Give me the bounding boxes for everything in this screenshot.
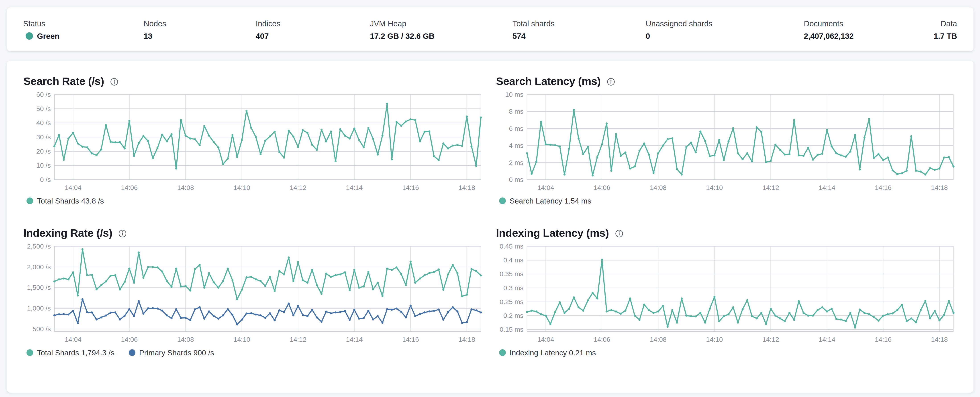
data-point bbox=[259, 314, 261, 316]
data-point bbox=[643, 303, 645, 305]
data-point bbox=[269, 276, 271, 278]
data-point bbox=[802, 312, 805, 314]
data-point bbox=[204, 287, 205, 289]
data-point bbox=[779, 149, 781, 151]
data-point bbox=[217, 287, 220, 289]
data-point bbox=[414, 119, 416, 121]
data-point bbox=[175, 268, 177, 269]
data-point bbox=[770, 160, 772, 162]
data-point bbox=[746, 299, 748, 301]
data-point bbox=[288, 256, 290, 258]
metric-value: 0 bbox=[646, 32, 804, 41]
data-point bbox=[91, 311, 93, 313]
data-point bbox=[671, 309, 673, 311]
data-point bbox=[461, 145, 463, 147]
metric-value: 574 bbox=[512, 32, 646, 41]
data-point bbox=[147, 307, 149, 309]
metric-nodes: Nodes13 bbox=[144, 19, 256, 51]
legend-item-indexing-latency[interactable]: Indexing Latency 0.21 ms bbox=[499, 348, 596, 357]
x-axis-tick-label: 14:18 bbox=[458, 184, 475, 191]
data-point bbox=[316, 316, 318, 318]
x-axis-tick-label: 14:10 bbox=[706, 184, 723, 191]
data-point bbox=[405, 284, 407, 286]
data-point bbox=[442, 319, 444, 320]
legend-item-total-shards[interactable]: Total Shards 1,794.3 /s bbox=[27, 348, 115, 357]
info-icon[interactable] bbox=[110, 77, 119, 86]
indexing-latency-chart[interactable]: 0.45 ms0.4 ms0.35 ms0.3 ms0.25 ms0.2 ms0… bbox=[496, 242, 957, 345]
data-point bbox=[58, 134, 60, 136]
info-icon[interactable] bbox=[606, 77, 616, 86]
data-point bbox=[208, 135, 210, 137]
chart-search-rate: Search Rate (/s) 60 /s50 /s40 /s30 /s20 … bbox=[23, 75, 484, 205]
data-point bbox=[615, 133, 617, 135]
data-point bbox=[391, 158, 393, 160]
data-point bbox=[105, 124, 107, 126]
indexing-rate-chart[interactable]: 2,500 /s2,000 /s1,500 /s1,000 /s500 /s14… bbox=[23, 242, 484, 345]
data-point bbox=[138, 300, 140, 302]
x-axis-tick-label: 14:04 bbox=[65, 184, 81, 191]
data-point bbox=[241, 139, 243, 141]
chart-title-row: Indexing Latency (ms) bbox=[496, 227, 957, 239]
metric-label: Indices bbox=[256, 19, 370, 28]
data-point bbox=[367, 127, 369, 129]
chart-legend: Total Shards 1,794.3 /sPrimary Shards 90… bbox=[23, 348, 484, 357]
y-axis-tick-label: 0.35 ms bbox=[500, 270, 523, 277]
chart-indexing-rate: Indexing Rate (/s) 2,500 /s2,000 /s1,500… bbox=[23, 227, 484, 357]
legend-item-primary-shards[interactable]: Primary Shards 900 /s bbox=[129, 348, 214, 357]
legend-label: Search Latency 1.54 ms bbox=[510, 197, 591, 205]
data-point bbox=[713, 296, 715, 298]
metric-label: JVM Heap bbox=[370, 19, 512, 28]
data-point bbox=[676, 321, 678, 324]
data-point bbox=[475, 165, 477, 167]
y-axis-tick-label: 0.4 ms bbox=[503, 256, 523, 264]
search-rate-chart[interactable]: 60 /s50 /s40 /s30 /s20 /s10 /s0 /s14:041… bbox=[23, 91, 484, 193]
data-point bbox=[114, 141, 116, 143]
data-point bbox=[156, 266, 158, 268]
data-point bbox=[302, 129, 304, 131]
data-point bbox=[830, 145, 832, 147]
metric-label: Data bbox=[934, 19, 957, 28]
status-green-dot-icon bbox=[25, 32, 33, 40]
data-point bbox=[457, 310, 458, 312]
data-point bbox=[288, 130, 290, 132]
data-point bbox=[859, 168, 861, 170]
data-point bbox=[718, 320, 720, 322]
data-point bbox=[685, 146, 687, 148]
data-point bbox=[307, 315, 309, 317]
data-point bbox=[222, 314, 224, 316]
series-line-indexing-latency bbox=[527, 260, 953, 327]
data-point bbox=[189, 137, 191, 140]
data-point bbox=[419, 277, 421, 279]
data-point bbox=[400, 124, 402, 127]
data-point bbox=[245, 312, 247, 314]
data-point bbox=[255, 313, 257, 316]
data-point bbox=[311, 269, 313, 271]
data-point bbox=[559, 145, 561, 147]
data-point bbox=[382, 322, 383, 324]
data-point bbox=[307, 282, 309, 284]
data-point bbox=[330, 131, 332, 132]
info-icon[interactable] bbox=[118, 229, 127, 238]
data-point bbox=[95, 154, 97, 156]
metric-value-text: 1.7 TB bbox=[934, 32, 957, 41]
data-point bbox=[816, 154, 819, 156]
data-point bbox=[391, 269, 393, 271]
data-point bbox=[307, 132, 309, 134]
data-point bbox=[353, 128, 355, 129]
data-point bbox=[297, 146, 299, 148]
data-point bbox=[278, 151, 280, 153]
data-point bbox=[878, 320, 880, 322]
data-point bbox=[250, 127, 252, 129]
info-icon[interactable] bbox=[615, 229, 624, 238]
data-point bbox=[452, 144, 454, 147]
data-point bbox=[695, 151, 697, 153]
search-latency-chart[interactable]: 10 ms8 ms6 ms4 ms2 ms0 ms14:0414:0614:08… bbox=[496, 91, 957, 193]
legend-item-total-shards[interactable]: Total Shards 43.8 /s bbox=[27, 197, 104, 205]
legend-item-search-latency[interactable]: Search Latency 1.54 ms bbox=[499, 197, 591, 205]
data-point bbox=[882, 314, 884, 317]
data-point bbox=[629, 167, 631, 170]
data-point bbox=[770, 308, 772, 309]
y-axis-tick-label: 0.2 ms bbox=[503, 312, 523, 319]
metric-value: 17.2 GB / 32.6 GB bbox=[370, 32, 512, 41]
data-point bbox=[156, 308, 158, 309]
